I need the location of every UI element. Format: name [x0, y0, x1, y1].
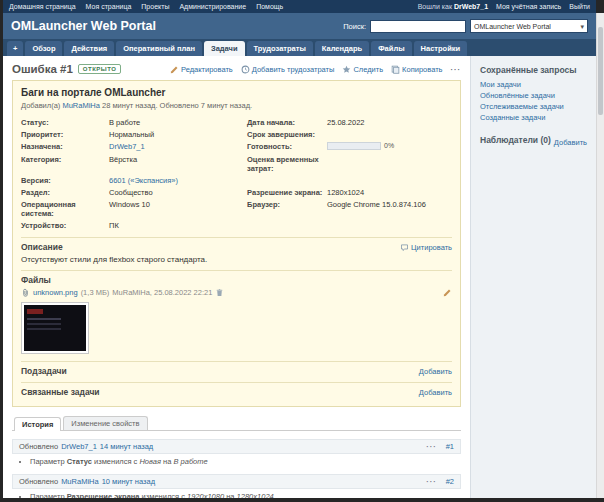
scrollbar-thumb[interactable]: [598, 27, 603, 115]
star-icon: [342, 65, 351, 74]
attachment-link[interactable]: unknown.png: [33, 288, 78, 297]
tab-property-changes[interactable]: Изменение свойств: [63, 416, 147, 430]
author-link[interactable]: MuRaMiHa: [62, 101, 100, 110]
saved-queries-heading: Сохранённые запросы: [480, 65, 587, 75]
project-select-value: OMLauncher Web Portal: [474, 23, 551, 30]
attr-label-section: Раздел:: [21, 186, 109, 198]
attr-value-section: Сообщество: [109, 186, 247, 198]
pencil-icon: [170, 65, 179, 74]
add-related-issue-button[interactable]: Добавить: [419, 388, 452, 397]
project-tab[interactable]: Календарь: [315, 41, 369, 56]
saved-query-link[interactable]: Обновлённые задачи: [480, 90, 587, 101]
project-jump-select[interactable]: OMLauncher Web Portal ▾: [470, 19, 588, 33]
quote-button[interactable]: Цитировать: [400, 243, 452, 252]
files-heading: Файлы: [21, 275, 51, 285]
attr-value-category: Вёрстка: [109, 153, 247, 174]
attr-label-priority: Приоритет:: [21, 128, 109, 140]
project-tab[interactable]: Файлы: [371, 41, 411, 56]
logout-link[interactable]: Выйти: [569, 3, 590, 10]
attr-value-start-date: 25.08.2022: [327, 116, 452, 128]
journal-detail: Параметр Статус изменился с Новая на В р…: [30, 457, 461, 466]
top-menu-link[interactable]: Домашняя страница: [9, 3, 76, 10]
tab-history[interactable]: История: [14, 417, 61, 431]
attribute-row: Устройство: ПК: [21, 219, 452, 231]
issue-header-row: Ошибка #1 ОТКРЫТО Редактировать Добавить…: [12, 63, 461, 75]
journal-detail-list: Параметр Статус изменился с Новая на В р…: [30, 457, 461, 466]
detail-text: на: [161, 457, 173, 466]
journal-user-link[interactable]: DrWeb7_1: [61, 442, 97, 451]
attachment-row: unknown.png (1,3 МБ) MuRaMiHa, 25.08.202…: [21, 288, 452, 297]
top-menu-link[interactable]: Администрирование: [179, 3, 246, 10]
detail-text: Параметр: [30, 457, 67, 466]
attribute-row: Раздел: Сообщество Разрешение экрана: 12…: [21, 186, 452, 198]
tab-add[interactable]: +: [7, 41, 23, 56]
detail-old-value: Новая: [139, 457, 161, 466]
attribute-row: Операционная система: Windows 10 Браузер…: [21, 198, 452, 219]
top-menu-link[interactable]: Проекты: [141, 3, 169, 10]
detail-new-value: 1280x1024: [237, 492, 274, 498]
detail-new-value: В работе: [173, 457, 207, 466]
saved-query-link[interactable]: Созданные задачи: [480, 112, 587, 123]
journal-actions-menu[interactable]: ···: [426, 477, 437, 486]
detail-text: изменился с: [140, 492, 187, 498]
browser-page: Домашняя страницаМоя страницаПроектыАдми…: [3, 0, 596, 498]
sidebar: Сохранённые запросы Мои задачиОбновлённы…: [470, 56, 596, 498]
attr-label-category: Категория:: [21, 153, 109, 174]
project-tab[interactable]: Действия: [64, 41, 114, 56]
logged-in-label: Вошли как DrWeb7_1: [418, 3, 488, 10]
watch-button[interactable]: Следить: [342, 65, 383, 74]
journal-time-link[interactable]: 14 минут назад: [100, 442, 153, 451]
more-actions-button[interactable]: ···: [451, 65, 462, 74]
progress-track: [327, 142, 381, 150]
attachment-thumbnail[interactable]: [21, 302, 89, 354]
issue-subject: Баги на портале OMLauncher: [21, 87, 452, 98]
saved-query-link[interactable]: Отслеживаемые задачи: [480, 101, 587, 112]
project-tab[interactable]: Настройки: [414, 41, 468, 56]
journal-number-link[interactable]: #1: [446, 442, 454, 451]
log-time-button[interactable]: Добавить трудозатраты: [241, 65, 335, 74]
attr-label-browser: Браузер:: [247, 198, 327, 219]
assignee-link[interactable]: DrWeb7_1: [109, 142, 145, 151]
author-line-suffix: 28 минут назад. Обновлено 7 минут назад.: [100, 101, 252, 110]
logged-in-prefix: Вошли как: [418, 3, 452, 10]
top-menu-bar: Домашняя страницаМоя страницаПроектыАдми…: [3, 0, 596, 13]
history-section: История Изменение свойств Обновлено DrWe…: [12, 416, 461, 498]
add-subtask-button[interactable]: Добавить: [419, 367, 452, 376]
edit-files-icon[interactable]: [443, 288, 452, 297]
journal-actions-menu[interactable]: ···: [426, 442, 437, 451]
watchers-heading: Наблюдатели (0): [480, 135, 551, 145]
project-header: OMLauncher Web Portal Поиск: OMLauncher …: [3, 13, 596, 39]
detail-param: Статус: [67, 457, 92, 466]
add-watcher-button[interactable]: Добавить: [554, 138, 587, 147]
chevron-down-icon: ▾: [580, 23, 584, 30]
journal-user-link[interactable]: MuRaMiHa: [61, 477, 99, 486]
project-tab[interactable]: Трудозатраты: [247, 41, 313, 56]
attr-label-version: Версия:: [21, 174, 109, 186]
saved-query-link[interactable]: Мои задачи: [480, 79, 587, 90]
search-input[interactable]: [370, 20, 466, 33]
attr-value-empty: [327, 174, 452, 186]
current-user-link[interactable]: DrWeb7_1: [454, 3, 488, 10]
top-menu-link[interactable]: Помощь: [256, 3, 283, 10]
project-tab[interactable]: Оперативный план: [116, 41, 202, 56]
edit-button[interactable]: Редактировать: [170, 65, 233, 74]
top-menu-link[interactable]: Моя страница: [86, 3, 132, 10]
journal-number-link[interactable]: #2: [446, 477, 454, 486]
version-link[interactable]: 6601 («Экспансия»): [109, 176, 178, 185]
scrollbar-track[interactable]: [596, 13, 604, 498]
issue-title: Ошибка #1: [12, 63, 73, 75]
project-tab[interactable]: Обзор: [25, 41, 62, 56]
attr-label-screen-resolution: Разрешение экрана:: [247, 186, 327, 198]
quote-button-label: Цитировать: [411, 243, 452, 252]
my-account-link[interactable]: Моя учётная запись: [496, 3, 561, 10]
journal-time-link[interactable]: 10 минут назад: [102, 477, 155, 486]
project-tab[interactable]: Задачи: [204, 41, 245, 56]
attr-value-priority: Нормальный: [109, 128, 247, 140]
issue-author-line: Добавил(а) MuRaMiHa 28 минут назад. Обно…: [21, 101, 452, 110]
files-section: Файлы unknown.png (1,3 МБ) MuRaMiHa, 25.…: [21, 270, 452, 355]
attr-value-status: В работе: [109, 116, 247, 128]
copy-button[interactable]: Копировать: [391, 65, 442, 74]
delete-icon[interactable]: [215, 288, 224, 297]
subtasks-section: Подзадачи Добавить: [21, 361, 452, 376]
detail-old-value: 1920x1080: [187, 492, 224, 498]
